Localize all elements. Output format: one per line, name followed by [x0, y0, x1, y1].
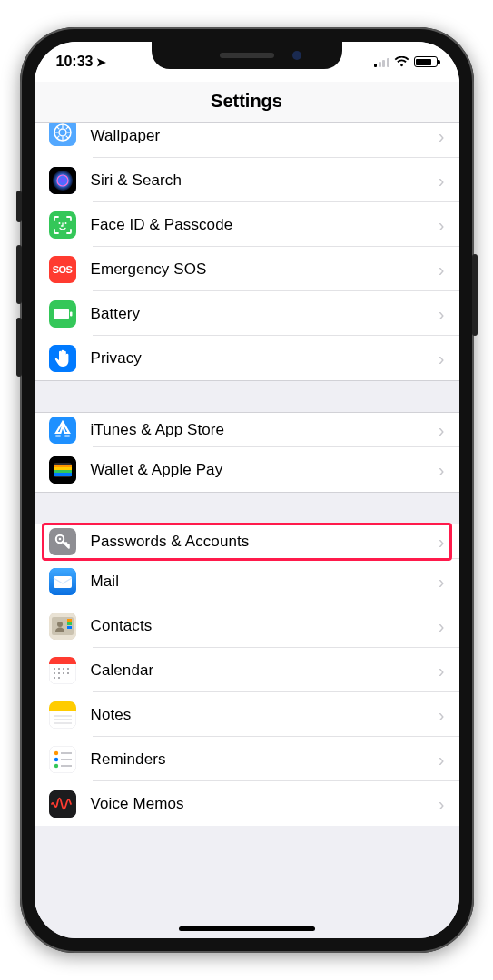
settings-row-wallet[interactable]: Wallet & Apple Pay›	[35, 447, 459, 492]
settings-row-label: Face ID & Passcode	[91, 216, 439, 234]
svg-rect-18	[54, 576, 72, 588]
svg-point-37	[58, 677, 60, 679]
svg-point-28	[54, 668, 55, 670]
svg-point-16	[58, 538, 61, 541]
chevron-right-icon: ›	[439, 533, 445, 551]
reminders-icon	[49, 746, 76, 773]
settings-row-privacy[interactable]: Privacy›	[35, 336, 459, 380]
location-services-icon: ➤	[96, 55, 106, 69]
chevron-right-icon: ›	[439, 421, 445, 439]
svg-point-31	[67, 668, 69, 670]
settings-row-label: Siri & Search	[91, 172, 439, 190]
mute-switch	[16, 191, 22, 222]
settings-row-label: Privacy	[91, 349, 439, 368]
settings-row-label: Emergency SOS	[91, 260, 439, 279]
calendar-icon	[49, 657, 76, 684]
svg-point-5	[58, 222, 60, 224]
chevron-right-icon: ›	[439, 172, 445, 190]
svg-point-35	[67, 672, 69, 674]
svg-rect-8	[70, 311, 73, 316]
settings-content[interactable]: Wallpaper›Siri & Search›Face ID & Passco…	[35, 123, 459, 938]
svg-point-6	[64, 222, 66, 224]
settings-row-sos[interactable]: SOSEmergency SOS›	[35, 247, 459, 291]
chevron-right-icon: ›	[439, 573, 445, 591]
chevron-right-icon: ›	[439, 127, 445, 145]
settings-row-voicememos[interactable]: Voice Memos›	[35, 781, 459, 826]
svg-point-46	[54, 757, 57, 760]
svg-point-45	[54, 750, 57, 754]
wallpaper-icon	[49, 123, 76, 146]
sos-icon: SOS	[49, 256, 76, 283]
settings-row-label: Notes	[91, 706, 439, 724]
chevron-right-icon: ›	[439, 260, 445, 279]
svg-point-30	[63, 668, 64, 670]
svg-point-3	[53, 171, 73, 191]
settings-row-label: Mail	[91, 573, 439, 591]
section-gap	[35, 492, 459, 524]
siri-icon	[49, 167, 76, 194]
svg-rect-40	[49, 708, 76, 710]
svg-point-36	[54, 677, 55, 679]
notch	[152, 42, 342, 69]
chevron-right-icon: ›	[439, 795, 445, 813]
settings-row-label: Voice Memos	[91, 795, 439, 813]
battery-icon	[49, 300, 76, 328]
svg-point-21	[57, 622, 63, 627]
svg-point-1	[59, 129, 66, 136]
chevron-right-icon: ›	[439, 305, 445, 323]
chevron-right-icon: ›	[439, 617, 445, 635]
settings-row-label: Battery	[91, 305, 439, 323]
settings-row-label: Calendar	[91, 662, 439, 680]
volume-down-button	[16, 318, 22, 377]
settings-row-label: Contacts	[91, 617, 439, 635]
wifi-icon	[394, 56, 409, 67]
settings-row-reminders[interactable]: Reminders›	[35, 737, 459, 781]
settings-row-label: Wallet & Apple Pay	[91, 461, 439, 479]
chevron-right-icon: ›	[439, 706, 445, 724]
settings-row-siri[interactable]: Siri & Search›	[35, 158, 459, 202]
home-indicator[interactable]	[179, 926, 315, 931]
settings-section: Passwords & Accounts›Mail›Contacts›Calen…	[35, 524, 459, 826]
battery-icon	[414, 56, 438, 67]
settings-row-label: Reminders	[91, 750, 439, 769]
svg-point-32	[54, 672, 55, 674]
svg-rect-14	[54, 473, 72, 476]
settings-row-passwords[interactable]: Passwords & Accounts›	[35, 524, 459, 559]
svg-point-47	[54, 763, 57, 767]
section-gap	[35, 380, 459, 413]
svg-rect-22	[67, 619, 72, 622]
chevron-right-icon: ›	[439, 349, 445, 368]
chevron-right-icon: ›	[439, 662, 445, 680]
side-button	[472, 254, 478, 336]
nav-header: Settings	[35, 82, 459, 123]
svg-rect-24	[67, 626, 72, 629]
volume-up-button	[16, 245, 22, 304]
phone-frame: 10:33 ➤ Settings Wallpaper›Siri & Search…	[20, 27, 474, 953]
settings-row-contacts[interactable]: Contacts›	[35, 603, 459, 648]
settings-row-calendar[interactable]: Calendar›	[35, 648, 459, 692]
settings-row-notes[interactable]: Notes›	[35, 692, 459, 737]
settings-row-itunes[interactable]: iTunes & App Store›	[35, 413, 459, 447]
chevron-right-icon: ›	[439, 216, 445, 234]
svg-rect-23	[67, 622, 72, 625]
chevron-right-icon: ›	[439, 750, 445, 769]
voicememos-icon	[49, 790, 76, 818]
settings-row-label: Wallpaper	[91, 127, 439, 145]
wallet-icon	[49, 456, 76, 484]
hand-icon	[49, 345, 76, 372]
settings-row-mail[interactable]: Mail›	[35, 559, 459, 603]
settings-row-battery[interactable]: Battery›	[35, 291, 459, 336]
status-time: 10:33	[56, 54, 94, 70]
contacts-icon	[49, 612, 76, 640]
settings-row-wallpaper[interactable]: Wallpaper›	[35, 123, 459, 158]
settings-row-faceid[interactable]: Face ID & Passcode›	[35, 202, 459, 247]
key-icon	[49, 528, 76, 555]
mail-icon	[49, 568, 76, 595]
settings-row-label: Passwords & Accounts	[91, 533, 439, 551]
page-title: Settings	[35, 91, 459, 112]
chevron-right-icon: ›	[439, 461, 445, 479]
settings-section: iTunes & App Store›Wallet & Apple Pay›	[35, 413, 459, 492]
phone-screen: 10:33 ➤ Settings Wallpaper›Siri & Search…	[35, 42, 459, 938]
settings-row-label: iTunes & App Store	[91, 421, 439, 439]
svg-rect-7	[54, 309, 69, 319]
